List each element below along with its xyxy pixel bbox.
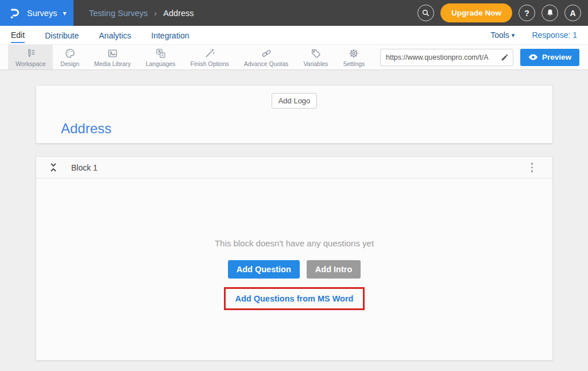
finish-options-wand-icon	[204, 48, 215, 59]
block-body: This block doesn't have any questions ye…	[36, 179, 552, 360]
bell-icon	[546, 9, 554, 17]
toolbar-items: Workspace Design	[8, 45, 372, 69]
question-mark-icon: ?	[524, 9, 529, 18]
tab-distribute[interactable]: Distribute	[45, 28, 79, 42]
add-questions-from-ms-word-link[interactable]: Add Questions from MS Word	[235, 294, 354, 303]
toolbar-item-media-library[interactable]: Media Library	[87, 45, 138, 69]
chevron-down-icon: ▾	[512, 32, 515, 39]
questionpro-logo-icon	[7, 6, 22, 21]
design-palette-icon	[64, 48, 76, 59]
block-card: Block 1 This block doesn't have any ques…	[36, 156, 553, 361]
survey-url-input[interactable]	[381, 53, 497, 61]
add-question-button[interactable]: Add Question	[228, 260, 300, 279]
toolbar-item-finish-options[interactable]: Finish Options	[183, 45, 237, 69]
languages-icon: A	[155, 48, 167, 59]
topbar-actions: Upgrade Now ? A	[417, 3, 588, 22]
breadcrumb-parent[interactable]: Testing Surveys	[89, 9, 148, 18]
toolbar-item-design[interactable]: Design	[53, 45, 87, 69]
survey-header-card: Add Logo Address	[36, 85, 553, 144]
block-menu-kebab-icon[interactable]	[529, 160, 536, 175]
collapse-block-icon[interactable]	[49, 163, 57, 172]
toolbar-item-advance-quotas[interactable]: Advance Quotas	[237, 45, 296, 69]
survey-editor-content: Add Logo Address Block 1 This block does…	[0, 70, 588, 371]
empty-block-message: This block doesn't have any questions ye…	[215, 238, 374, 248]
add-intro-button[interactable]: Add Intro	[307, 260, 361, 279]
media-library-icon	[107, 48, 118, 59]
editor-toolbar: Workspace Design	[0, 45, 588, 70]
help-button[interactable]: ?	[519, 5, 535, 21]
chevron-down-icon: ▾	[63, 9, 66, 17]
breadcrumb-current: Address	[163, 9, 194, 18]
tab-integration[interactable]: Integration	[151, 28, 189, 42]
block-actions: Add Question Add Intro	[228, 260, 361, 279]
response-count: Response: 1	[532, 30, 577, 40]
notifications-button[interactable]	[541, 5, 558, 21]
toolbar-right: Preview	[380, 45, 588, 69]
breadcrumb-separator-icon: ›	[154, 8, 157, 18]
tools-menu[interactable]: Tools ▾	[490, 30, 514, 40]
avatar[interactable]: A	[564, 5, 581, 21]
toolbar-item-languages[interactable]: A Languages	[138, 45, 183, 69]
ms-word-highlight-box: Add Questions from MS Word	[224, 287, 365, 310]
advance-quotas-chain-icon	[261, 48, 272, 59]
section-nav: Edit Distribute Analytics Integration To…	[0, 26, 588, 45]
tab-analytics[interactable]: Analytics	[99, 28, 131, 42]
settings-gear-icon	[348, 48, 359, 59]
variables-tag-icon	[310, 48, 322, 59]
upgrade-now-button[interactable]: Upgrade Now	[440, 3, 512, 22]
toolbar-item-settings[interactable]: Settings	[335, 45, 372, 69]
edit-url-pencil-icon[interactable]	[497, 53, 513, 61]
preview-label: Preview	[542, 53, 571, 61]
preview-button[interactable]: Preview	[520, 49, 579, 66]
search-button[interactable]	[417, 5, 434, 21]
top-bar: Surveys ▾ Testing Surveys › Address Upgr…	[0, 0, 588, 26]
avatar-letter: A	[570, 9, 575, 18]
survey-url-field	[380, 49, 513, 66]
search-icon	[421, 9, 430, 17]
add-logo-button[interactable]: Add Logo	[272, 93, 318, 109]
workspace-icon	[25, 48, 36, 59]
block-title: Block 1	[71, 163, 98, 172]
breadcrumb: Testing Surveys › Address	[89, 8, 194, 18]
eye-icon	[528, 53, 538, 61]
surveys-product-menu[interactable]: Surveys ▾	[0, 0, 74, 26]
section-tabs: Edit Distribute Analytics Integration	[11, 28, 189, 43]
nav-right: Tools ▾ Response: 1	[490, 30, 577, 40]
tab-edit[interactable]: Edit	[11, 28, 25, 43]
product-label: Surveys	[27, 9, 57, 18]
tools-label: Tools	[490, 30, 509, 40]
block-header: Block 1	[36, 157, 552, 179]
toolbar-item-variables[interactable]: Variables	[296, 45, 335, 69]
survey-title: Address	[61, 121, 541, 137]
toolbar-item-workspace[interactable]: Workspace	[8, 45, 53, 69]
